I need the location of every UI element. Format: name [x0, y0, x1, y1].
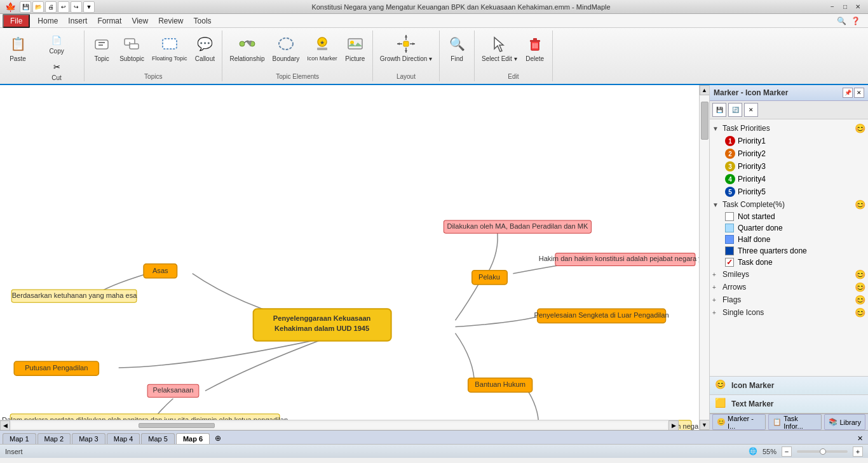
priority2-item[interactable]: 2 Priority2 — [722, 147, 868, 160]
panel-pin-btn[interactable]: 📌 — [843, 88, 853, 98]
menu-file[interactable]: File — [3, 14, 30, 28]
subtopic-label: Subtopic — [119, 55, 144, 63]
relationship-icon — [237, 34, 257, 54]
subtopic-btn[interactable]: Subtopic — [116, 32, 147, 65]
find-btn[interactable]: 🔍 Find — [444, 32, 470, 65]
vertical-scrollbar[interactable]: ▲ ▼ — [699, 85, 709, 430]
menu-insert[interactable]: Insert — [63, 15, 92, 27]
tab-close-btn[interactable]: ✕ — [855, 433, 865, 444]
panel-save-btn[interactable]: 💾 — [712, 103, 726, 117]
menu-view[interactable]: View — [126, 15, 153, 27]
map4-tab[interactable]: Map 4 — [107, 433, 140, 444]
text-marker-section[interactable]: 🟨 Text Marker — [710, 395, 868, 413]
svg-text:Penyelenggaraan Kekuasaan: Penyelenggaraan Kekuasaan — [273, 314, 371, 322]
task-panel-tab[interactable]: 📋 Task Infor... — [768, 414, 822, 430]
vscroll-up[interactable]: ▲ — [700, 85, 710, 95]
callout-btn[interactable]: 💬 Callout — [191, 32, 218, 65]
task-complete-header[interactable]: ▼ Task Complete(%) 😊 — [710, 198, 868, 211]
menu-home[interactable]: Home — [32, 15, 63, 27]
vscroll-down[interactable]: ▼ — [700, 420, 710, 430]
map1-tab[interactable]: Map 1 — [3, 433, 36, 444]
window-controls[interactable]: − □ ✕ — [827, 2, 863, 12]
zoom-slider[interactable] — [797, 450, 848, 453]
arrows-header[interactable]: + Arrows 😊 — [710, 281, 868, 293]
ribbon-group-growth: Growth Direction ▾ Layout — [373, 30, 440, 81]
zoom-in-btn[interactable]: + — [853, 446, 863, 457]
svg-point-9 — [279, 38, 293, 50]
library-icon: 📚 — [829, 418, 837, 426]
map3-tab[interactable]: Map 3 — [72, 433, 105, 444]
quarter-done-item[interactable]: Quarter done — [722, 222, 868, 234]
arrows-expand[interactable]: + — [712, 284, 722, 291]
relationship-btn[interactable]: Relationship — [226, 32, 268, 65]
copy-label: Copy — [49, 48, 64, 55]
picture-btn[interactable]: Picture — [342, 32, 369, 65]
task-priorities-header[interactable]: ▼ Task Priorities 😊 — [710, 122, 868, 135]
add-map-btn[interactable]: ⊕ — [211, 433, 225, 444]
delete-btn[interactable]: Delete — [522, 32, 548, 65]
flags-expand[interactable]: + — [712, 297, 722, 304]
priority1-item[interactable]: 1 Priority1 — [722, 135, 868, 147]
horizontal-scrollbar[interactable]: ◀ ▶ — [0, 420, 679, 430]
select-label: Select Edit ▾ — [482, 55, 517, 63]
status-mode: Insert — [5, 448, 23, 455]
zoom-out-btn[interactable]: − — [782, 446, 792, 457]
quick-access-btn[interactable]: 💾 — [20, 1, 31, 13]
quick-access-btn[interactable]: 📂 — [32, 1, 44, 13]
topic-btn[interactable]: Topic — [88, 32, 115, 65]
priority3-item[interactable]: 3 Priority3 — [722, 160, 868, 173]
map2-tab[interactable]: Map 2 — [37, 433, 71, 444]
menu-format[interactable]: Format — [92, 15, 126, 27]
mindmap-canvas[interactable]: Penyelenggaraan Kekuasaan Kehakiman dala… — [0, 85, 699, 430]
panel-header-buttons[interactable]: 📌 ✕ — [843, 88, 864, 98]
single-icons-header[interactable]: + Single Icons 😊 — [710, 306, 868, 319]
smileys-expand[interactable]: + — [712, 271, 722, 278]
half-done-item[interactable]: Half done — [722, 234, 868, 245]
expand-icon2[interactable]: ▼ — [712, 201, 722, 208]
smileys-header[interactable]: + Smileys 😊 — [710, 268, 868, 281]
canvas-area[interactable]: Penyelenggaraan Kekuasaan Kehakiman dala… — [0, 85, 699, 430]
quick-access-dropdown[interactable]: ▼ — [83, 1, 95, 13]
titlebar-quick-access[interactable]: 🍁 💾 📂 🖨 ↩ ↪ ▼ — [5, 1, 95, 13]
task-done-item[interactable]: ✓ Task done — [722, 257, 868, 268]
quick-access-btn[interactable]: 🖨 — [45, 1, 57, 13]
three-quarters-done-item[interactable]: Three quarters done — [722, 245, 868, 257]
floating-topic-btn[interactable]: Floating Topic — [149, 32, 190, 64]
priority5-item[interactable]: 5 Priority5 — [722, 185, 868, 198]
maximize-btn[interactable]: □ — [840, 2, 850, 12]
flags-header[interactable]: + Flags 😊 — [710, 293, 868, 306]
icon-marker-btn[interactable]: ★ Icon Marker — [304, 32, 341, 64]
panel-clear-btn[interactable]: ✕ — [744, 103, 758, 117]
zoom-thumb[interactable] — [820, 448, 826, 455]
growth-direction-btn[interactable]: Growth Direction ▾ — [377, 32, 435, 65]
paste-btn[interactable]: 📋 Paste — [4, 32, 32, 65]
vscroll-thumb[interactable] — [701, 102, 709, 140]
close-btn[interactable]: ✕ — [853, 2, 863, 12]
icon-marker-section[interactable]: 😊 Icon Marker — [710, 377, 868, 395]
redo-btn[interactable]: ↪ — [71, 1, 82, 13]
map5-tab[interactable]: Map 5 — [141, 433, 175, 444]
menu-review[interactable]: Review — [153, 15, 188, 27]
expand-icon[interactable]: ▼ — [712, 125, 722, 132]
boundary-btn[interactable]: Boundary — [269, 32, 302, 65]
hscroll-right[interactable]: ▶ — [668, 420, 679, 431]
cut-btn[interactable]: ✂ Cut — [33, 58, 80, 84]
priority4-item[interactable]: 4 Priority4 — [722, 173, 868, 185]
single-icons-expand[interactable]: + — [712, 309, 722, 316]
svg-text:Dilakukan oleh MA, Badan Perad: Dilakukan oleh MA, Badan Peradilan dan M… — [447, 222, 588, 230]
minimize-btn[interactable]: − — [827, 2, 837, 12]
menu-tools[interactable]: Tools — [189, 15, 217, 27]
copy-btn[interactable]: 📄 Copy — [33, 32, 80, 57]
picture-icon — [345, 34, 365, 54]
undo-btn[interactable]: ↩ — [58, 1, 69, 13]
panel-toolbar[interactable]: 💾 🔄 ✕ — [710, 101, 868, 119]
hscroll-left[interactable]: ◀ — [0, 420, 10, 431]
marker-panel-tab[interactable]: 😊 Marker - I... — [712, 414, 766, 430]
select-btn[interactable]: Select Edit ▾ — [478, 32, 520, 65]
map6-tab[interactable]: Map 6 — [176, 433, 210, 444]
panel-close-btn[interactable]: ✕ — [854, 88, 864, 98]
library-tab[interactable]: 📚 Library — [824, 414, 865, 430]
not-started-item[interactable]: Not started — [722, 211, 868, 222]
panel-refresh-btn[interactable]: 🔄 — [728, 103, 742, 117]
hscroll-thumb[interactable] — [139, 423, 215, 428]
